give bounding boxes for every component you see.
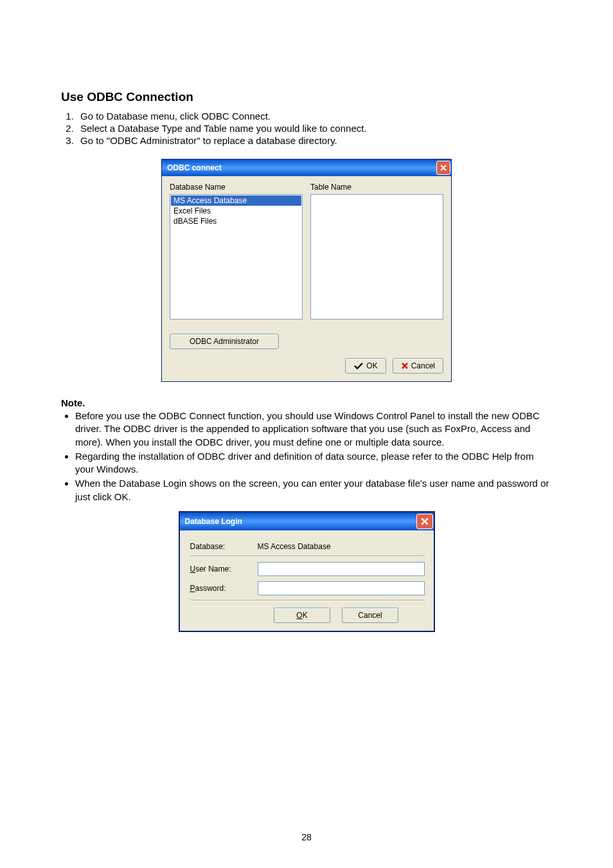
ok-button[interactable]: OK bbox=[345, 358, 386, 374]
ok-button[interactable]: OK bbox=[274, 608, 330, 623]
odbc-administrator-button[interactable]: ODBC Administrator bbox=[170, 334, 279, 349]
steps-list: Go to Database menu, click ODBC Connect.… bbox=[61, 111, 552, 146]
dialog-titlebar: Database Login bbox=[180, 512, 434, 530]
database-label: Database: bbox=[190, 542, 258, 551]
cancel-button[interactable]: Cancel bbox=[393, 358, 443, 374]
username-label: User Name: bbox=[190, 565, 258, 574]
note-item: Before you use the ODBC Connect function… bbox=[75, 410, 552, 449]
database-login-dialog: Database Login Database: MS Access Datab… bbox=[179, 511, 435, 632]
username-field[interactable] bbox=[258, 562, 425, 576]
separator bbox=[190, 601, 425, 601]
list-item[interactable]: dBASE Files bbox=[171, 216, 301, 226]
list-item[interactable]: Excel Files bbox=[171, 206, 301, 216]
cancel-icon bbox=[401, 362, 409, 370]
cancel-button-label: Cancel bbox=[411, 361, 435, 370]
close-icon bbox=[420, 517, 429, 526]
page-heading: Use ODBC Connection bbox=[61, 90, 552, 104]
step-item: Select a Database Type and Table name yo… bbox=[76, 123, 552, 134]
database-name-label: Database Name bbox=[170, 183, 303, 192]
step-item: Go to "ODBC Administrator" to replace a … bbox=[76, 135, 552, 146]
table-name-listbox[interactable] bbox=[310, 194, 443, 320]
odbc-connect-dialog: ODBC connect Database Name MS Access Dat… bbox=[161, 159, 452, 382]
database-name-listbox[interactable]: MS Access Database Excel Files dBASE Fil… bbox=[170, 194, 303, 320]
ok-button-label: OK bbox=[366, 361, 377, 370]
note-heading: Note. bbox=[61, 397, 552, 408]
close-button[interactable] bbox=[416, 514, 433, 529]
password-label: Password: bbox=[190, 584, 258, 593]
close-icon bbox=[440, 164, 447, 172]
dialog-titlebar: ODBC connect bbox=[162, 159, 451, 176]
table-name-label: Table Name bbox=[310, 183, 443, 192]
password-field[interactable] bbox=[258, 581, 425, 595]
close-button[interactable] bbox=[436, 161, 450, 175]
note-item: Regarding the installation of ODBC drive… bbox=[75, 450, 552, 476]
cancel-button[interactable]: Cancel bbox=[342, 608, 398, 623]
list-item[interactable]: MS Access Database bbox=[171, 195, 301, 206]
notes-list: Before you use the ODBC Connect function… bbox=[61, 410, 552, 503]
page-number: 28 bbox=[0, 832, 613, 842]
note-item: When the Database Login shows on the scr… bbox=[75, 477, 552, 503]
separator bbox=[190, 556, 425, 557]
dialog-title: ODBC connect bbox=[167, 163, 222, 172]
check-icon bbox=[353, 362, 364, 370]
step-item: Go to Database menu, click ODBC Connect. bbox=[76, 111, 552, 122]
dialog-title: Database Login bbox=[185, 517, 242, 526]
database-value: MS Access Database bbox=[258, 542, 331, 551]
